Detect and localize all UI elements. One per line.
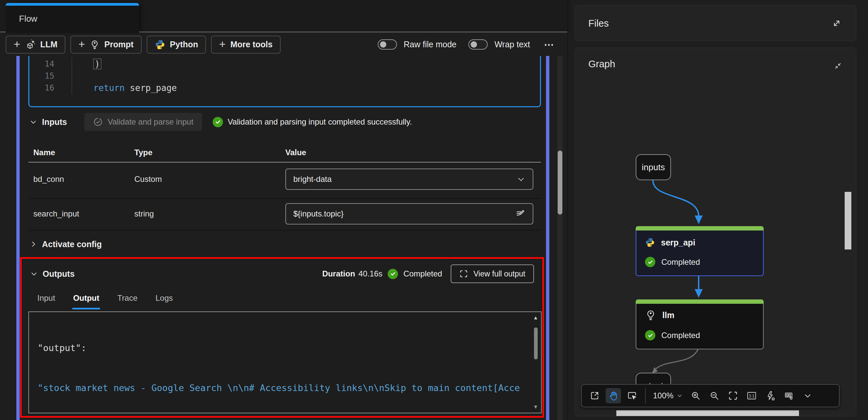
view-full-output-button[interactable]: View full output	[451, 264, 534, 283]
scrollbar-thumb[interactable]	[558, 151, 562, 215]
node-card-settings-icon[interactable]	[781, 388, 797, 403]
plus-icon: +	[14, 38, 20, 50]
line-number: 16	[29, 82, 54, 94]
scrollbar-thumb[interactable]	[534, 327, 538, 359]
chevron-down-icon[interactable]	[800, 388, 815, 403]
zoom-out-icon[interactable]	[707, 388, 722, 403]
more-actions-icon[interactable]: ⋯	[544, 39, 555, 50]
raw-file-mode-toggle[interactable]	[378, 39, 397, 50]
connection-dropdown[interactable]: bright-data	[285, 168, 533, 190]
line-number: 14	[29, 58, 54, 70]
add-llm-button[interactable]: + LLM	[6, 36, 65, 54]
flow-editor-panel: Flow + LLM +	[0, 0, 571, 420]
completed-check-icon	[645, 330, 655, 341]
run-meta: Duration 40.16s Completed	[322, 264, 534, 283]
outputs-section-title: Outputs	[43, 269, 75, 279]
expand-icon[interactable]	[831, 18, 842, 29]
toggle-knob	[471, 41, 477, 47]
expand-corners-icon	[459, 269, 468, 278]
scroll-up-icon[interactable]: ▲	[533, 315, 538, 321]
validate-parse-input-button[interactable]: Validate and parse input	[84, 113, 202, 131]
node-status: Completed	[661, 331, 700, 340]
output-text-viewer[interactable]: "output": "stock market news - Google Se…	[28, 312, 542, 413]
inputs-section-header: Inputs Validate and parse input Validati…	[29, 112, 412, 131]
graph-card: Graph inputs	[575, 47, 856, 416]
add-prompt-label: Prompt	[104, 40, 134, 49]
wrap-text-toggle[interactable]	[468, 39, 488, 50]
add-prompt-button[interactable]: + Prompt	[70, 36, 141, 54]
add-python-label: Python	[170, 40, 198, 49]
line-number: 15	[29, 70, 54, 82]
wrap-text-label: Wrap text	[494, 40, 530, 49]
node-detail-content: 14 ) 15 16 return serp_page Inputs	[0, 56, 571, 420]
tab-input[interactable]: Input	[37, 291, 56, 310]
scroll-down-icon[interactable]: ▼	[533, 404, 538, 410]
search-input-field[interactable]: ${inputs.topic}	[285, 203, 533, 225]
code-line-14: )	[93, 58, 101, 70]
zoom-level-select[interactable]: 100%	[651, 391, 685, 400]
code-editor[interactable]: 14 ) 15 16 return serp_page	[28, 56, 541, 107]
column-header-type: Type	[134, 148, 152, 157]
row-name: bd_conn	[33, 174, 64, 184]
validation-status-text: Validation and parsing input completed s…	[228, 117, 412, 127]
graph-node-llm[interactable]: llm Completed	[636, 299, 764, 349]
validate-button-label: Validate and parse input	[108, 117, 193, 127]
graph-toolbar: 100%	[581, 384, 840, 407]
node-status-bar	[636, 299, 764, 304]
run-settings-icon[interactable]	[763, 388, 778, 403]
fit-view-icon[interactable]	[725, 388, 741, 403]
graph-node-serp-api[interactable]: serp_api Completed	[636, 226, 764, 276]
zoom-in-icon[interactable]	[688, 388, 703, 403]
tab-strip: Flow	[0, 0, 571, 32]
more-tools-button[interactable]: + More tools	[211, 36, 280, 54]
llm-cube-sparkle-icon	[25, 39, 36, 50]
side-panel: Files Graph	[571, 0, 868, 420]
activate-config-title: Activate config	[42, 239, 102, 249]
tab-flow[interactable]: Flow	[6, 3, 139, 33]
chevron-down-icon[interactable]	[30, 270, 38, 278]
status-badge: Completed	[403, 269, 442, 279]
python-logo-icon	[645, 237, 655, 248]
tab-output[interactable]: Output	[72, 291, 100, 310]
output-json-text: "output": "stock market news - Google Se…	[38, 315, 520, 413]
table-header-divider	[28, 162, 541, 163]
outputs-section-header: Outputs Duration 40.16s Completed	[30, 264, 534, 284]
completed-check-icon	[388, 269, 398, 279]
column-header-value: Value	[285, 148, 306, 157]
files-card: Files	[575, 5, 856, 41]
chevron-down-icon	[517, 175, 525, 184]
zoom-level-value: 100%	[653, 391, 673, 400]
duration-value: 40.16s	[358, 269, 382, 279]
panel-divider	[567, 0, 568, 420]
node-status: Completed	[661, 257, 700, 267]
success-check-icon	[213, 117, 223, 127]
row-type: string	[134, 209, 154, 219]
row-type: Custom	[134, 174, 162, 184]
validation-status: Validation and parsing input completed s…	[213, 117, 412, 127]
pan-hand-icon[interactable]	[606, 388, 621, 403]
svg-text:1:1: 1:1	[749, 394, 755, 398]
tab-trace[interactable]: Trace	[117, 291, 138, 310]
flow-toolbar: + LLM +	[0, 33, 571, 56]
tab-logs[interactable]: Logs	[155, 291, 174, 310]
chevron-right-icon	[29, 240, 37, 248]
graph-node-inputs[interactable]: inputs	[636, 154, 671, 180]
expand-graph-icon[interactable]	[587, 388, 602, 403]
lightbulb-icon	[645, 310, 656, 321]
code-line-16: return serp_page	[93, 82, 177, 94]
select-cursor-icon[interactable]	[624, 388, 640, 403]
toggle-knob	[380, 41, 386, 47]
activate-config-header[interactable]: Activate config	[29, 236, 102, 253]
chevron-down-icon[interactable]	[29, 118, 37, 126]
app-root: Flow + LLM +	[0, 0, 868, 420]
main-scrollbar[interactable]	[557, 56, 563, 420]
table-row-divider	[28, 230, 541, 230]
view-full-output-label: View full output	[473, 269, 525, 279]
python-logo-icon	[155, 39, 165, 50]
output-scrollbar[interactable]: ▲ ▼	[531, 312, 541, 413]
selected-node-border-left	[16, 56, 20, 420]
dropdown-value: bright-data	[293, 174, 517, 184]
add-python-button[interactable]: Python	[147, 36, 206, 54]
edit-template-icon[interactable]	[515, 209, 525, 219]
actual-size-icon[interactable]: 1:1	[744, 388, 760, 403]
